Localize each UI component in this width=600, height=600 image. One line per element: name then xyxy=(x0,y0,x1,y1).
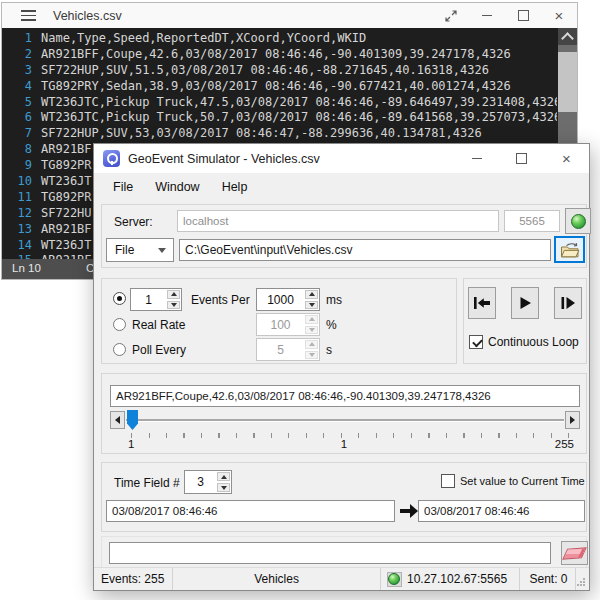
connection-group: Server: localhost 5565 File C:\GeoEvent\… xyxy=(101,204,587,268)
hamburger-icon[interactable] xyxy=(21,10,36,21)
playback-group: Continuous Loop xyxy=(463,278,587,364)
play-icon xyxy=(518,296,532,310)
poll-every-label: Poll Every xyxy=(132,343,186,357)
spinner-up-icon[interactable] xyxy=(305,290,318,299)
file-path-field[interactable]: C:\GeoEvent\input\Vehicles.csv xyxy=(179,239,551,261)
close-icon[interactable]: × xyxy=(541,3,577,28)
line-text: WT236JT xyxy=(41,238,92,252)
line-text: TG892PR xyxy=(41,158,92,172)
server-host-field[interactable]: localhost xyxy=(177,210,499,232)
events-per-radio[interactable] xyxy=(113,292,126,305)
arrow-right-icon xyxy=(400,504,418,518)
events-count-spinner[interactable]: 1 xyxy=(130,288,182,311)
line-text: WT236JTC,Pickup Truck,47.5,03/08/2017 08… xyxy=(41,95,557,109)
skip-start-icon xyxy=(473,296,491,310)
source-type-dropdown[interactable]: File xyxy=(106,238,174,262)
time-from-field[interactable]: 03/08/2017 08:46:46 xyxy=(106,500,395,522)
line-number: 10 xyxy=(2,174,41,188)
maximize-icon[interactable] xyxy=(499,144,544,173)
server-port-field[interactable]: 5565 xyxy=(504,210,560,232)
slider-track[interactable] xyxy=(126,419,564,422)
line-number: 9 xyxy=(2,158,41,172)
time-field-group: Time Field # 3 Set value to Current Time… xyxy=(101,462,587,532)
simulator-titlebar[interactable]: GeoEvent Simulator - Vehicles.csv × xyxy=(94,144,589,173)
slider-left-button[interactable] xyxy=(110,411,125,429)
time-to-field[interactable]: 03/08/2017 08:46:46 xyxy=(418,500,585,522)
play-button[interactable] xyxy=(511,287,539,319)
slider-value-label: 1 xyxy=(102,438,586,450)
continuous-loop-checkbox[interactable] xyxy=(469,335,483,349)
simulator-title: GeoEvent Simulator - Vehicles.csv xyxy=(128,152,320,166)
slider-thumb[interactable] xyxy=(127,410,138,430)
editor-line: 5WT236JTC,Pickup Truck,47.5,03/08/2017 0… xyxy=(2,94,557,110)
interval-spinner[interactable]: 1000 xyxy=(256,288,320,311)
step-forward-button[interactable] xyxy=(554,287,582,319)
line-text: SF722HU xyxy=(41,206,92,220)
close-icon[interactable]: × xyxy=(544,144,589,173)
clear-log-button[interactable] xyxy=(561,541,588,565)
line-number: 7 xyxy=(2,126,41,140)
eraser-icon xyxy=(562,547,587,559)
line-number: 3 xyxy=(2,63,41,77)
scroll-up-icon[interactable] xyxy=(558,28,577,45)
current-event-field[interactable]: AR921BFF,Coupe,42.6,03/08/2017 08:46:46,… xyxy=(110,385,580,407)
time-field-spinner[interactable]: 3 xyxy=(184,470,232,494)
open-file-button[interactable] xyxy=(554,236,585,263)
scrollbar-thumb[interactable] xyxy=(558,52,577,112)
time-field-label: Time Field # xyxy=(114,476,180,490)
menu-window[interactable]: Window xyxy=(144,176,210,198)
expand-icon[interactable] xyxy=(433,3,469,28)
spinner-down-icon[interactable] xyxy=(167,301,180,310)
line-text: WT236JTC,Pickup Truck,50.7,03/08/2017 08… xyxy=(41,110,557,124)
spinner-up-icon xyxy=(305,315,318,324)
skip-to-start-button[interactable] xyxy=(468,287,496,319)
editor-titlebar: Vehicles.csv × xyxy=(2,3,577,28)
real-rate-radio[interactable] xyxy=(113,318,126,331)
log-field[interactable] xyxy=(109,542,551,564)
minimize-icon[interactable] xyxy=(454,144,499,173)
editor-window-controls: × xyxy=(433,3,577,28)
editor-line: 7SF722HUP,SUV,53,03/08/2017 08:46:47,-88… xyxy=(2,125,557,141)
connection-status: 10.27.102.67:5565 xyxy=(381,568,520,590)
line-number: 14 xyxy=(2,238,41,252)
spinner-up-icon[interactable] xyxy=(167,290,180,299)
connect-button[interactable] xyxy=(565,208,591,234)
dataset-name-status: Vehicles xyxy=(173,568,381,590)
maximize-icon[interactable] xyxy=(505,3,541,28)
line-text: TG892PRY,Sedan,38.9,03/08/2017 08:46:46,… xyxy=(41,79,511,93)
set-current-time-control[interactable]: Set value to Current Time xyxy=(441,474,585,488)
events-count-status: Events: 255 xyxy=(94,568,173,590)
slider-right-button[interactable] xyxy=(565,411,580,429)
spinner-up-icon[interactable] xyxy=(217,472,230,481)
set-current-time-label: Set value to Current Time xyxy=(460,475,585,487)
geoevent-simulator-window: GeoEvent Simulator - Vehicles.csv × File… xyxy=(93,143,590,591)
event-preview-group: AR921BFF,Coupe,42.6,03/08/2017 08:46:46,… xyxy=(101,373,587,454)
line-number: 11 xyxy=(2,190,41,204)
line-number: 8 xyxy=(2,142,41,156)
spinner-down-icon xyxy=(305,326,318,335)
real-rate-unit-label: % xyxy=(326,318,337,332)
real-rate-spinner: 100 xyxy=(256,313,320,336)
sent-count-status: Sent: 0 xyxy=(520,568,577,590)
chevron-down-icon xyxy=(158,248,166,253)
line-number: 13 xyxy=(2,222,41,236)
line-text: SF722HUP,SUV,51.5,03/08/2017 08:46:46,-8… xyxy=(41,63,489,77)
server-label: Server: xyxy=(114,215,153,229)
poll-unit-label: s xyxy=(326,343,332,357)
line-text: SF722HUP,SUV,53,03/08/2017 08:46:47,-88.… xyxy=(41,126,482,140)
spinner-down-icon[interactable] xyxy=(305,301,318,310)
spinner-down-icon[interactable] xyxy=(217,483,230,492)
editor-line: 4TG892PRY,Sedan,38.9,03/08/2017 08:46:46… xyxy=(2,78,557,94)
line-number: 2 xyxy=(2,47,41,61)
poll-every-radio[interactable] xyxy=(113,343,126,356)
editor-line: 3SF722HUP,SUV,51.5,03/08/2017 08:46:46,-… xyxy=(2,62,557,78)
continuous-loop-control[interactable]: Continuous Loop xyxy=(469,335,579,349)
log-group xyxy=(101,536,587,570)
menu-file[interactable]: File xyxy=(102,176,144,198)
line-text: AR921BFF,Coupe,42.6,03/08/2017 08:46:46,… xyxy=(41,47,511,61)
menu-help[interactable]: Help xyxy=(211,176,259,198)
resize-grip-icon[interactable] xyxy=(576,568,589,590)
simulator-window-controls: × xyxy=(454,144,589,173)
set-current-time-checkbox[interactable] xyxy=(441,474,455,488)
minimize-icon[interactable] xyxy=(469,3,505,28)
